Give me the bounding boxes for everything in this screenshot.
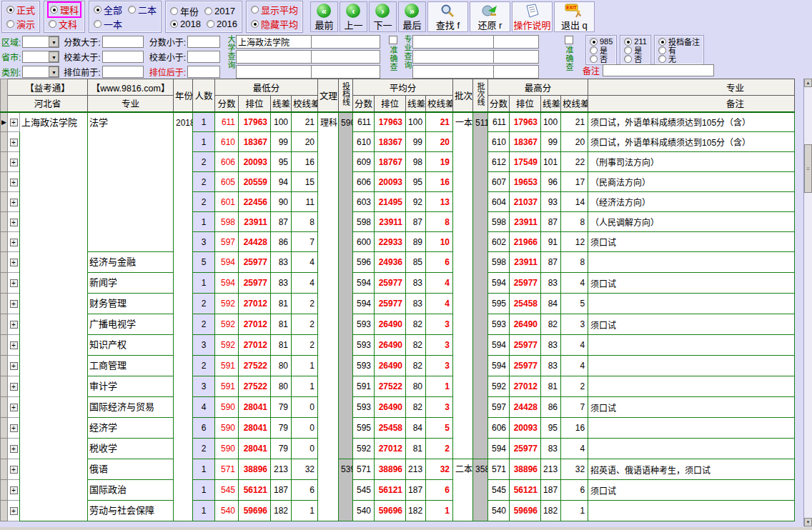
expand-button[interactable]: + bbox=[10, 404, 18, 411]
expand-button[interactable]: + bbox=[10, 466, 18, 474]
university-input-2[interactable] bbox=[311, 50, 380, 64]
expand-button[interactable]: + bbox=[10, 362, 18, 370]
university-input[interactable] bbox=[236, 50, 312, 64]
expand-button[interactable]: + bbox=[10, 139, 18, 146]
radio-211-no[interactable]: 否 bbox=[624, 54, 647, 63]
expand-button[interactable]: + bbox=[10, 279, 18, 287]
radio-remark-yes[interactable]: 有 bbox=[658, 46, 700, 54]
exact-university-checkbox[interactable] bbox=[389, 36, 397, 44]
expand-button[interactable]: + bbox=[10, 259, 18, 266]
rank-after-input[interactable] bbox=[187, 66, 220, 78]
radio-label: 无 bbox=[668, 53, 676, 64]
major-input-2[interactable] bbox=[493, 65, 539, 79]
row-selector[interactable] bbox=[1, 252, 8, 273]
chevron-down-icon[interactable]: ▼ bbox=[49, 51, 59, 62]
radio-985-no[interactable]: 否 bbox=[590, 54, 613, 63]
expand-button[interactable]: + bbox=[10, 507, 18, 515]
expand-button[interactable]: + bbox=[10, 445, 18, 453]
scroll-down-icon[interactable]: ▼ bbox=[804, 518, 812, 526]
row-selector[interactable] bbox=[1, 172, 8, 192]
vertical-scrollbar[interactable]: ▲ ≡ ▼ bbox=[803, 79, 812, 526]
row-selector[interactable] bbox=[1, 232, 8, 252]
row-selector[interactable] bbox=[1, 273, 8, 294]
row-selector[interactable] bbox=[1, 294, 8, 314]
expand-button[interactable]: + bbox=[10, 383, 18, 391]
row-selector[interactable] bbox=[1, 314, 8, 335]
radio-official[interactable]: 正式 bbox=[6, 3, 35, 16]
row-selector[interactable] bbox=[1, 439, 8, 459]
first-button[interactable]: «最前 bbox=[310, 1, 338, 32]
radio-hide-average[interactable]: 隐藏平均 bbox=[251, 17, 298, 31]
major-input[interactable] bbox=[412, 65, 494, 79]
expand-button[interactable]: + bbox=[10, 486, 18, 494]
chevron-down-icon[interactable]: ▼ bbox=[49, 36, 59, 47]
sdiff-lt-input[interactable] bbox=[187, 51, 220, 63]
province-dropdown[interactable]: ▼ bbox=[22, 51, 59, 63]
avg-sdiff-cell: 3 bbox=[426, 397, 453, 418]
major-input-2[interactable] bbox=[493, 35, 539, 49]
prev-button[interactable]: ‹上一 bbox=[340, 1, 367, 32]
expand-button[interactable]: + bbox=[10, 321, 18, 329]
row-selector[interactable] bbox=[1, 397, 8, 418]
next-button[interactable]: ›下一 bbox=[369, 1, 397, 32]
university-input-2[interactable] bbox=[311, 65, 380, 79]
sdiff-gt-input[interactable] bbox=[102, 51, 144, 63]
university-input-2[interactable] bbox=[311, 35, 380, 49]
radio-toudang-remark[interactable]: 投档备注 bbox=[658, 37, 700, 46]
help-button[interactable]: 操作说明 bbox=[512, 1, 553, 32]
university-input[interactable] bbox=[236, 65, 312, 79]
radio-all-batches[interactable]: 全部 bbox=[94, 3, 122, 16]
score-gt-input[interactable] bbox=[102, 36, 144, 48]
scroll-up-icon[interactable]: ▲ bbox=[804, 79, 812, 87]
row-selector[interactable] bbox=[1, 501, 8, 521]
row-selector[interactable] bbox=[1, 132, 8, 152]
radio-second-batch[interactable]: 二本 bbox=[128, 3, 157, 16]
restore-button[interactable]: 还原 r bbox=[470, 1, 510, 32]
radio-show-average[interactable]: 显示平均 bbox=[251, 3, 298, 16]
university-input[interactable] bbox=[236, 35, 312, 49]
radio-year[interactable]: 年份 bbox=[170, 4, 199, 18]
min-diff-cell: 83 bbox=[271, 273, 292, 294]
row-selector[interactable] bbox=[1, 459, 8, 480]
last-button[interactable]: »最后 bbox=[398, 1, 426, 32]
radio-demo[interactable]: 演示 bbox=[6, 17, 35, 31]
row-selector[interactable] bbox=[1, 192, 8, 212]
major-input-2[interactable] bbox=[493, 50, 539, 64]
radio-first-batch[interactable]: 一本 bbox=[94, 17, 122, 31]
region-dropdown[interactable]: ▼ bbox=[22, 36, 59, 48]
expand-button[interactable]: + bbox=[10, 179, 18, 186]
chevron-down-icon[interactable]: ▼ bbox=[49, 66, 59, 77]
remark-input[interactable] bbox=[603, 64, 714, 76]
radio-science[interactable]: 理科 bbox=[49, 3, 80, 16]
expand-button[interactable]: + bbox=[10, 199, 18, 206]
row-selector[interactable] bbox=[1, 356, 8, 376]
row-selector[interactable]: ▶ bbox=[1, 112, 8, 132]
expand-button[interactable]: + bbox=[10, 341, 18, 349]
radio-remark-no[interactable]: 无 bbox=[658, 54, 700, 63]
major-input[interactable] bbox=[412, 35, 494, 49]
row-selector[interactable] bbox=[1, 418, 8, 439]
score-lt-input[interactable] bbox=[187, 36, 220, 48]
row-selector[interactable] bbox=[1, 480, 8, 501]
exact-major-checkbox[interactable] bbox=[565, 36, 573, 44]
expand-button[interactable]: + bbox=[10, 119, 18, 126]
expand-button[interactable]: + bbox=[10, 159, 18, 166]
rank-before-input[interactable] bbox=[102, 66, 144, 78]
expand-button[interactable]: + bbox=[10, 300, 18, 308]
expand-button[interactable]: + bbox=[10, 424, 18, 432]
scrollbar-thumb[interactable]: ≡ bbox=[804, 144, 812, 193]
find-button[interactable]: 查找 f bbox=[427, 1, 468, 32]
expand-button[interactable]: + bbox=[10, 219, 18, 226]
row-selector[interactable] bbox=[1, 335, 8, 356]
row-selector[interactable] bbox=[1, 152, 8, 172]
radio-liberal-arts[interactable]: 文科 bbox=[49, 17, 80, 31]
expand-button[interactable]: + bbox=[10, 239, 18, 246]
radio-2016[interactable]: 2016 bbox=[207, 19, 237, 29]
category-dropdown[interactable]: ▼ bbox=[22, 66, 59, 78]
row-selector[interactable] bbox=[1, 376, 8, 397]
major-input[interactable] bbox=[412, 50, 494, 64]
radio-2017[interactable]: 2017 bbox=[204, 4, 235, 18]
radio-2018[interactable]: 2018 bbox=[170, 19, 201, 29]
row-selector[interactable] bbox=[1, 212, 8, 232]
exit-button[interactable]: EXIT退出 q bbox=[554, 1, 595, 32]
